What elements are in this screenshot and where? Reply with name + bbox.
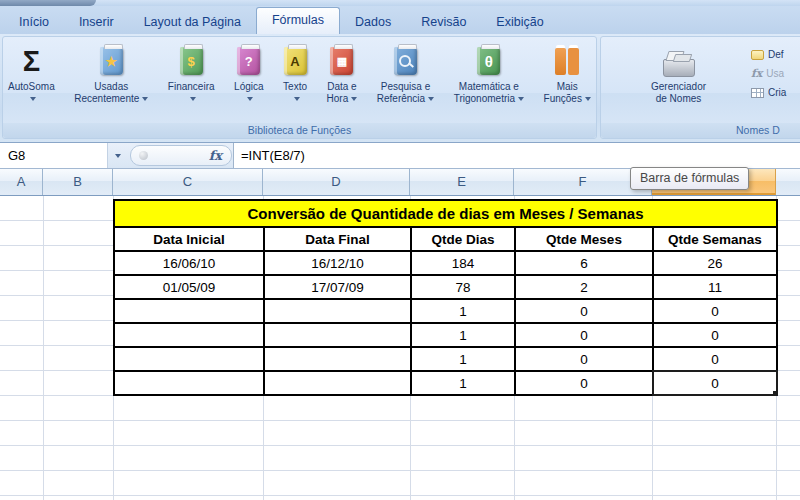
button-label: Usadas [94,81,128,93]
ribbon-tab-bar: Início Inserir Layout da Página Fórmulas… [0,6,800,34]
text-button[interactable]: A Texto [281,39,309,121]
table-cell[interactable]: 78 [411,275,515,299]
dropdown-arrow-icon [142,97,148,101]
dropdown-arrow-icon [585,97,591,101]
table-row: 1 0 0 [114,299,777,323]
define-name-button[interactable]: Def [751,49,786,60]
table-cell[interactable] [264,371,411,395]
table-cell[interactable] [264,299,411,323]
name-box-dropdown[interactable] [108,143,127,168]
logical-button[interactable]: ? Lógica [232,39,265,121]
table-cell[interactable] [264,347,411,371]
table-row: 01/05/09 17/07/09 78 2 11 [114,275,777,299]
create-from-selection-button[interactable]: Cria [751,87,786,98]
header-qtde-meses[interactable]: Qtde Meses [515,227,653,251]
tab-inserir[interactable]: Inserir [64,10,129,34]
table-cell[interactable]: 0 [515,371,653,395]
table-cell[interactable]: 1 [411,323,515,347]
table-cell[interactable]: 17/07/09 [264,275,411,299]
column-header-b[interactable]: B [43,169,113,195]
table-title-row: Conversão de Quantidade de dias em Meses… [114,200,777,227]
dropdown-arrow-icon [428,97,434,101]
table-cell[interactable] [114,323,264,347]
more-functions-button[interactable]: Mais Funções [542,39,593,121]
column-header-e[interactable]: E [410,169,514,195]
tab-revisao[interactable]: Revisão [406,10,481,34]
lookup-book-icon [394,47,417,75]
table-cell[interactable]: 0 [653,323,777,347]
button-label: Financeira [168,81,215,93]
header-qtde-semanas[interactable]: Qtde Semanas [653,227,777,251]
table-cell[interactable]: 16/12/10 [264,251,411,275]
sigma-icon: Σ [23,41,40,81]
table-row: 1 0 0 [114,347,777,371]
use-in-formula-icon: fx [751,69,762,79]
table-cell[interactable]: 184 [411,251,515,275]
name-box[interactable]: G8 [0,143,108,168]
table-cell[interactable]: 0 [515,299,653,323]
formula-bar-tooltip: Barra de fórmulas [630,167,749,190]
use-in-formula-button[interactable]: fx Usa [751,68,786,79]
group-function-library: Σ AutoSoma ★ Usadas Recentemente $ Finan… [2,36,597,139]
tab-inicio[interactable]: Início [4,10,64,34]
table-cell[interactable]: 0 [653,299,777,323]
table-cell[interactable] [114,299,264,323]
table-row: 1 0 0 [114,323,777,347]
table-cell[interactable] [114,347,264,371]
lookup-reference-button[interactable]: Pesquisa e Referência [375,39,436,121]
button-label: AutoSoma [8,81,55,93]
fx-icon: fx [209,148,222,163]
column-header-c[interactable]: C [113,169,263,195]
autosum-button[interactable]: Σ AutoSoma [6,39,57,121]
header-qtde-dias[interactable]: Qtde Dias [411,227,515,251]
insert-function-area[interactable]: fx [130,145,232,166]
table-cell[interactable]: 11 [653,275,777,299]
formula-input[interactable]: =INT(E8/7) [234,143,800,168]
table-cell[interactable] [114,371,264,395]
table-title[interactable]: Conversão de Quantidade de dias em Meses… [114,200,777,227]
financial-button[interactable]: $ Financeira [166,39,217,121]
datetime-book-icon: ▦ [330,47,353,75]
table-cell[interactable]: 16/06/10 [114,251,264,275]
magnifier-icon [399,55,411,67]
tab-exibicao[interactable]: Exibição [481,10,558,34]
recent-book-icon: ★ [100,47,123,75]
column-header-h[interactable] [776,169,800,195]
recently-used-button[interactable]: ★ Usadas Recentemente [72,39,150,121]
tab-dados[interactable]: Dados [340,10,406,34]
math-trig-button[interactable]: θ Matemática e Trigonometria [452,39,526,121]
table-cell[interactable]: 1 [411,371,515,395]
table-cell[interactable]: 0 [515,347,653,371]
table-row: 16/06/10 16/12/10 184 6 26 [114,251,777,275]
table-cell[interactable]: 01/05/09 [114,275,264,299]
tab-formulas[interactable]: Fórmulas [256,7,340,34]
table-cell[interactable]: 0 [515,323,653,347]
dropdown-arrow-icon [115,154,121,158]
table-cell[interactable]: 0 [653,347,777,371]
active-cell-g8[interactable]: 0 [653,371,777,395]
header-data-final[interactable]: Data Final [264,227,411,251]
name-manager-button[interactable]: Gerenciador de Nomes [649,39,708,106]
insert-function-ball-icon [139,151,148,160]
column-header-d[interactable]: D [263,169,410,195]
date-time-button[interactable]: ▦ Data e Hora [325,39,360,121]
table-cell[interactable]: 1 [411,347,515,371]
table-cell[interactable]: 26 [653,251,777,275]
table-row: 1 0 0 [114,371,777,395]
table-cell[interactable]: 6 [515,251,653,275]
table-cell[interactable]: 2 [515,275,653,299]
button-label: Mais [557,81,578,93]
table-cell[interactable] [264,323,411,347]
column-header-a[interactable]: A [0,169,43,195]
fill-handle[interactable] [772,390,777,395]
table-header-row: Data Inicial Data Final Qtde Dias Qtde M… [114,227,777,251]
button-label: Lógica [234,81,263,93]
tab-layout-da-pagina[interactable]: Layout da Página [129,10,256,34]
text-book-icon: A [284,47,307,75]
dropdown-arrow-icon [518,97,524,101]
header-data-inicial[interactable]: Data Inicial [114,227,264,251]
dropdown-arrow-icon [294,97,300,101]
finance-book-icon: $ [180,47,203,75]
table-cell[interactable]: 1 [411,299,515,323]
name-manager-icon [663,59,695,77]
